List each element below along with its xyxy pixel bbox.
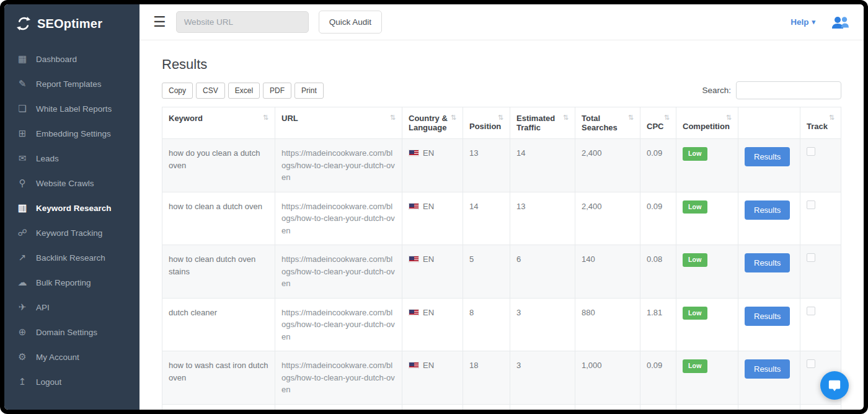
cell-track (800, 139, 841, 192)
csv-export-button[interactable]: CSV (196, 83, 225, 99)
results-button[interactable]: Results (745, 147, 790, 166)
track-checkbox[interactable] (807, 147, 815, 156)
cell-keyword: dutch cleaner (162, 298, 275, 351)
table-row: how to wash cast iron dutch ovenhttps://… (162, 351, 841, 405)
main-content: Results CopyCSVExcelPDFPrint Search: ⇅Ke… (140, 40, 864, 410)
language-code: EN (423, 253, 434, 266)
country-language: EN (409, 307, 456, 319)
copy-export-button[interactable]: Copy (162, 83, 193, 99)
table-body: how do you clean a dutch ovenhttps://mad… (162, 139, 841, 410)
cell-total-searches: 2,400 (575, 139, 640, 192)
app-logo[interactable]: SEOptimer (4, 4, 140, 43)
cell-country-language: EN (402, 351, 463, 405)
us-flag-icon (409, 309, 419, 316)
users-icon[interactable] (830, 16, 850, 29)
language-code: EN (423, 307, 434, 319)
column-header-position[interactable]: ⇅Position (463, 107, 510, 139)
sidebar-item-api[interactable]: ✈API (4, 295, 140, 320)
gear-icon: ⚙ (17, 351, 28, 362)
column-header-track[interactable]: ⇅Track (800, 107, 841, 139)
sidebar-item-keyword-research[interactable]: ▥Keyword Research (4, 196, 140, 220)
website-url-input[interactable] (176, 11, 309, 33)
competition-badge: Low (683, 307, 707, 320)
sidebar-item-my-account[interactable]: ⚙My Account (4, 344, 140, 369)
cell-estimated-traffic: 3 (510, 298, 575, 351)
column-header-keyword[interactable]: ⇅Keyword (162, 107, 275, 139)
cell-total-searches: 1,000 (575, 351, 640, 405)
screenshot-frame: SEOptimer ▦Dashboard✎Report Templates❏Wh… (0, 0, 868, 414)
results-button[interactable]: Results (745, 307, 790, 326)
results-button[interactable]: Results (745, 253, 790, 272)
cell-country-language: EN (402, 192, 463, 245)
column-header-label: Keyword (169, 114, 203, 123)
sidebar-item-label: Backlink Research (36, 253, 105, 263)
cell-position: 13 (463, 139, 510, 192)
column-header-estimated-traffic[interactable]: ⇅Estimated Traffic (510, 107, 575, 139)
sidebar-item-label: Keyword Research (36, 204, 112, 213)
results-table: ⇅Keyword⇅URL⇅Country & Language⇅Position… (162, 107, 841, 410)
cell-url: https://madeincookware.com/blogs/how-to-… (275, 192, 402, 245)
sidebar-item-white-label-reports[interactable]: ❏White Label Reports (4, 96, 140, 121)
chevron-down-icon: ▾ (812, 18, 815, 26)
country-language: EN (409, 359, 456, 372)
column-header-country-language[interactable]: ⇅Country & Language (402, 107, 463, 139)
print-export-button[interactable]: Print (294, 83, 324, 99)
cell-total-searches: 2,400 (575, 192, 640, 245)
sidebar-item-logout[interactable]: ↥Logout (4, 369, 140, 394)
track-checkbox[interactable] (807, 359, 815, 368)
sidebar-item-backlink-research[interactable]: ↗Backlink Research (4, 245, 140, 270)
help-menu[interactable]: Help ▾ (790, 17, 815, 27)
sidebar-item-domain-settings[interactable]: ⊕Domain Settings (4, 320, 140, 344)
sidebar-item-website-crawls[interactable]: ⚲Website Crawls (4, 171, 140, 196)
chat-launcher-button[interactable] (820, 371, 849, 400)
sidebar-item-dashboard[interactable]: ▦Dashboard (4, 47, 140, 71)
results-button[interactable]: Results (745, 359, 790, 379)
sidebar-item-label: API (36, 303, 50, 312)
sidebar-nav: ▦Dashboard✎Report Templates❏White Label … (4, 43, 140, 394)
column-header-total-searches[interactable]: ⇅Total Searches (575, 107, 640, 139)
sidebar-item-label: Report Templates (36, 79, 102, 89)
cell-action: Results (738, 139, 800, 192)
search-wrap: Search: (702, 81, 841, 99)
competition-badge: Low (683, 147, 707, 161)
content-column: ☰ Quick Audit Help ▾ (140, 4, 864, 410)
sidebar-item-bulk-reporting[interactable]: ☁Bulk Reporting (4, 270, 140, 295)
cell-estimated-traffic: 2 (510, 404, 575, 410)
track-checkbox[interactable] (807, 200, 815, 209)
column-header-competition[interactable]: ⇅Competition (676, 107, 738, 139)
sidebar-item-label: White Label Reports (36, 104, 112, 114)
sort-icon: ⇅ (498, 114, 503, 122)
sidebar-item-report-templates[interactable]: ✎Report Templates (4, 71, 140, 96)
cell-keyword: how to clean dutch oven stains (162, 245, 275, 299)
cell-cpc: 0.22 (640, 404, 676, 410)
language-code: EN (423, 359, 434, 372)
cell-track (800, 192, 841, 245)
menu-toggle-icon[interactable]: ☰ (153, 15, 166, 29)
column-header-url[interactable]: ⇅URL (275, 107, 402, 139)
pdf-export-button[interactable]: PDF (263, 83, 291, 99)
cell-position: 8 (463, 298, 510, 351)
cell-url: https://madeincookware.com/blogs/how-to-… (275, 245, 402, 299)
results-button[interactable]: Results (745, 200, 790, 220)
paper-plane-icon: ✈ (17, 302, 28, 313)
table-row: how do you clean a dutch ovenhttps://mad… (162, 139, 841, 192)
sidebar-item-leads[interactable]: ✉Leads (4, 146, 140, 171)
track-checkbox[interactable] (807, 307, 815, 315)
us-flag-icon (409, 256, 419, 263)
sidebar-item-keyword-tracking[interactable]: ☍Keyword Tracking (4, 220, 140, 245)
help-label: Help (790, 17, 808, 27)
sidebar-item-embedding-settings[interactable]: ⊞Embedding Settings (4, 121, 140, 146)
globe-icon: ⊕ (17, 326, 28, 338)
column-header-label: URL (281, 114, 298, 123)
cell-url: https://madeincookware.com/blogs/how-to-… (275, 298, 402, 351)
sidebar-item-label: Embedding Settings (36, 129, 111, 138)
table-row: dutch cleanerhttps://madeincookware.com/… (162, 298, 841, 351)
excel-export-button[interactable]: Excel (228, 83, 260, 99)
sort-icon: ⇅ (390, 114, 396, 122)
track-checkbox[interactable] (807, 253, 815, 262)
column-header-label: Position (469, 122, 501, 131)
results-search-input[interactable] (736, 81, 841, 99)
column-header-cpc[interactable]: ⇅CPC (640, 107, 676, 139)
quick-audit-button[interactable]: Quick Audit (319, 11, 382, 34)
cell-total-searches: 140 (575, 245, 640, 299)
